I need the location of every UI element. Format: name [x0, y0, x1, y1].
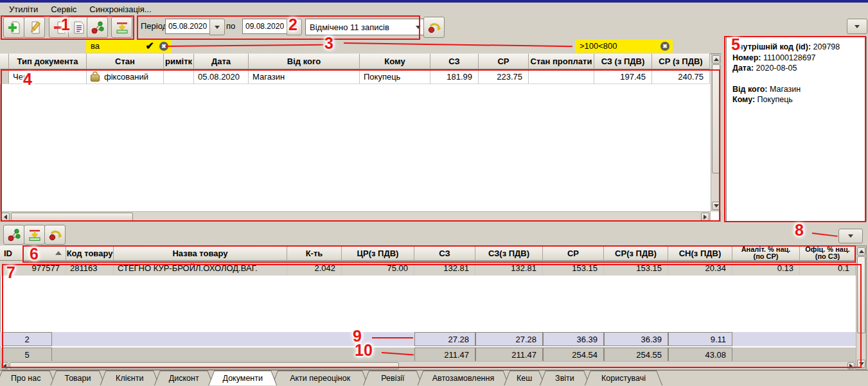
cell-sr-vat[interactable]: 240.75: [652, 69, 710, 83]
column-header-Назва товару[interactable]: Назва товару: [114, 245, 287, 261]
scroll-left-button[interactable]: [1, 213, 10, 221]
cell-to[interactable]: Покупець: [360, 69, 430, 83]
column-header-Аналіт. % нац.[interactable]: Аналіт. % нац. (по СР): [732, 245, 800, 261]
cell-doc-type[interactable]: Чек: [9, 69, 87, 83]
tab-Користувачі[interactable]: Користувачі: [585, 371, 662, 385]
cell-sz-vat[interactable]: 132.81: [475, 261, 543, 275]
documents-horizontal-scrollbar[interactable]: [0, 211, 711, 222]
column-header-Стан[interactable]: Стан: [87, 53, 164, 69]
column-header-ID[interactable]: ID: [0, 245, 66, 261]
cell-code[interactable]: 281163: [66, 261, 114, 275]
column-header-Дата[interactable]: Дата: [194, 53, 249, 69]
tab-Товари[interactable]: Товари: [50, 371, 105, 385]
toolbar-button-relations[interactable]: [3, 225, 24, 245]
table-row[interactable]: 977577281163СТЕГНО КУР-БРОЙЛ.ОХОЛОД.ВАГ.…: [0, 261, 856, 276]
scrollbar-thumb[interactable]: [712, 64, 720, 173]
scroll-down-button[interactable]: [712, 202, 720, 210]
column-header-СР (з ПДВ)[interactable]: СР (з ПДВ): [652, 53, 710, 69]
goods-horizontal-scrollbar[interactable]: [0, 361, 856, 370]
tab-Звіти[interactable]: Звіти: [540, 371, 590, 385]
cell-ofic-pct[interactable]: 0.1: [800, 261, 856, 275]
remove-filter-button[interactable]: ✖: [660, 42, 669, 51]
column-header-СЗ (з ПДВ)[interactable]: СЗ (з ПДВ): [594, 53, 652, 69]
column-header-римітк[interactable]: римітк: [164, 53, 194, 69]
column-header-СН(з ПДВ)[interactable]: СН(з ПДВ): [668, 245, 732, 261]
column-header-СР[interactable]: СР: [479, 53, 529, 69]
toolbar-button-add-document[interactable]: [3, 17, 24, 38]
cell-from[interactable]: Магазин: [249, 69, 360, 83]
cell-pay-state[interactable]: [529, 69, 594, 83]
cell-note[interactable]: [164, 69, 194, 83]
scrollbar-thumb[interactable]: [11, 213, 133, 221]
scroll-right-button[interactable]: [847, 362, 855, 369]
collapse-goods-button[interactable]: [838, 229, 863, 243]
cell-sr-vat[interactable]: 153.15: [604, 261, 668, 275]
toolbar-button-relations[interactable]: [87, 17, 108, 38]
cell-date[interactable]: 05.08.2020: [194, 69, 249, 83]
cell-sn-vat[interactable]: 20.34: [668, 261, 732, 275]
cell-name[interactable]: СТЕГНО КУР-БРОЙЛ.ОХОЛОД.ВАГ.: [114, 261, 287, 275]
column-header-Стан проплати[interactable]: Стан проплати: [529, 53, 594, 69]
cell-analit-pct[interactable]: 0.13: [732, 261, 800, 275]
lock-icon: [91, 75, 100, 82]
date-to-input[interactable]: [242, 19, 287, 34]
column-header-СЗ[interactable]: СЗ: [414, 245, 475, 261]
column-header-К-ть[interactable]: К-ть: [287, 245, 342, 261]
toolbar-button-import[interactable]: [111, 17, 132, 38]
cell-state[interactable]: фіксований: [87, 69, 164, 83]
tab-Автозамовлення[interactable]: Автозамовлення: [418, 371, 509, 385]
column-header-ЦР(з ПДВ)[interactable]: ЦР(з ПДВ): [342, 245, 414, 261]
column-header-СЗ(з ПДВ)[interactable]: СЗ(з ПДВ): [475, 245, 543, 261]
toolbar-button-remove-document[interactable]: [49, 17, 70, 38]
tab-Дисконт[interactable]: Дисконт: [154, 371, 213, 385]
column-header-Офіц. % нац.[interactable]: Офіц. % нац. (по СЗ): [800, 245, 856, 261]
cell-cr-vat[interactable]: 75.00: [342, 261, 414, 275]
summary-sr-vat: 36.39: [604, 332, 668, 346]
table-row[interactable]: Чекфіксований05.08.2020МагазинПокупець18…: [0, 69, 710, 84]
column-header-Від кого[interactable]: Від кого: [249, 53, 360, 69]
cell-qty[interactable]: 2.042: [287, 261, 342, 275]
documents-vertical-scrollbar[interactable]: [711, 54, 721, 211]
scroll-up-button[interactable]: [857, 247, 865, 256]
toolbar-button-import[interactable]: [24, 225, 45, 245]
collapse-filters-button[interactable]: [847, 19, 867, 34]
tab-Документи[interactable]: Документи: [208, 371, 277, 385]
scroll-left-button[interactable]: [1, 362, 8, 369]
remove-filter-button[interactable]: ✖: [159, 42, 168, 51]
cell-sr[interactable]: 223.75: [479, 69, 529, 83]
column-header-СР(з ПДВ)[interactable]: СР(з ПДВ): [604, 245, 668, 261]
marked-records-select[interactable]: Відмічено 11 записів: [305, 19, 426, 35]
scrollbar-thumb[interactable]: [857, 256, 865, 333]
tab-Кеш[interactable]: Кеш: [504, 371, 545, 385]
date-from-dropdown-button[interactable]: [209, 19, 225, 35]
date-to-dropdown-button[interactable]: [287, 19, 302, 35]
tab-Про нас[interactable]: Про нас: [0, 371, 55, 385]
column-header-СЗ[interactable]: СЗ: [430, 53, 479, 69]
menu-item-Утиліти[interactable]: Утиліти: [3, 4, 44, 15]
column-header-Код товару[interactable]: Код товару: [66, 245, 114, 261]
refresh-button[interactable]: [423, 17, 445, 38]
scroll-down-button[interactable]: [857, 360, 865, 368]
menu-item-Синхронізація...[interactable]: Синхронізація...: [83, 4, 157, 15]
scroll-right-button[interactable]: [701, 213, 709, 221]
menu-item-Сервіс[interactable]: Сервіс: [44, 4, 83, 15]
column-header-stub[interactable]: [0, 53, 9, 69]
cell-id[interactable]: 977577: [0, 261, 66, 275]
toolbar-button-edit-pencil[interactable]: [24, 17, 45, 38]
tab-Акти переоцінок[interactable]: Акти переоцінок: [272, 371, 368, 385]
column-header-Кому[interactable]: Кому: [360, 53, 430, 69]
goods-vertical-scrollbar[interactable]: [856, 246, 866, 369]
column-header-label: СЗ: [439, 249, 450, 258]
column-header-Тип документа[interactable]: Тип документа: [9, 53, 87, 69]
tab-Клієнти[interactable]: Клієнти: [100, 371, 159, 385]
cell-sz[interactable]: 132.81: [414, 261, 475, 275]
scroll-up-button[interactable]: [712, 55, 720, 64]
column-header-СР[interactable]: СР: [543, 245, 604, 261]
tab-Ревізії[interactable]: Ревізії: [363, 371, 422, 385]
toolbar-button-refresh[interactable]: [44, 225, 66, 245]
cell-sz-vat[interactable]: 197.45: [594, 69, 652, 83]
date-from-input[interactable]: [165, 19, 209, 34]
cell-sr[interactable]: 153.15: [543, 261, 604, 275]
cell-sz[interactable]: 181.99: [430, 69, 479, 83]
scrollbar-thumb[interactable]: [10, 362, 399, 369]
